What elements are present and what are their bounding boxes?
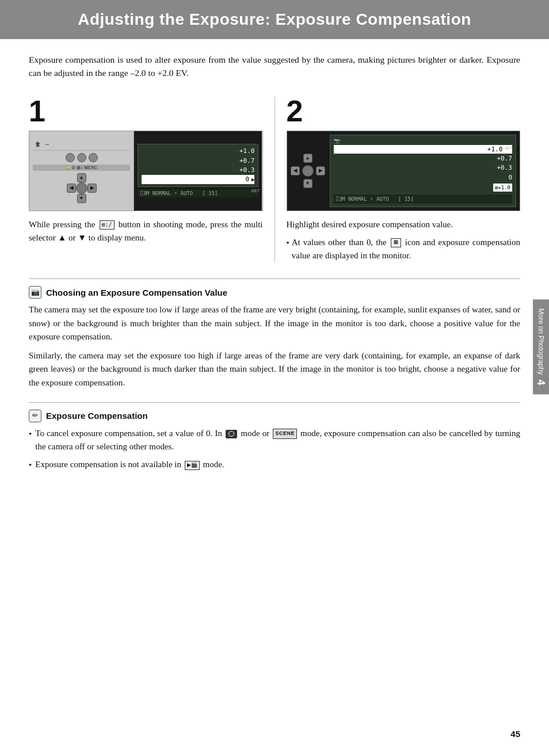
- dpad-up: ▲: [77, 173, 86, 182]
- set-label-2: SET: [505, 146, 512, 152]
- note-1-section: 📷 Choosing an Exposure Compensation Valu…: [29, 278, 520, 390]
- camera-top-bar: 🗑 ～: [33, 139, 130, 151]
- sidebar-number: 4: [535, 379, 547, 385]
- note-1-para1: The camera may set the exposure too low …: [29, 303, 520, 343]
- sidebar-tab: 4 More on Photography: [533, 299, 549, 394]
- lcd-screen-2: 📷 +1.0 SET +0.7 +0.3: [330, 135, 517, 207]
- dpad2-center: [302, 165, 314, 177]
- dpad2-right: ▶: [316, 166, 325, 175]
- lcd2-val-0-selected: +1.0 SET: [334, 145, 513, 154]
- dpad2-up: ▲: [303, 154, 312, 163]
- dpad-left: ◀: [67, 184, 76, 193]
- set-label-1: SET: [251, 188, 260, 193]
- page-title: Adjusting the Exposure: Exposure Compens…: [23, 10, 526, 29]
- wave-icon: ～: [44, 140, 50, 148]
- note-1-body: The camera may set the exposure too low …: [29, 303, 520, 390]
- ev-display: ⊞+1.0: [334, 184, 513, 192]
- step-1-text: While pressing the ⊞:/ button in shootin…: [29, 218, 263, 245]
- lcd2-val-3: 0: [334, 173, 513, 182]
- note-2-bullet-2: • Exposure compensation is not available…: [29, 458, 520, 472]
- dpad-right: ▶: [87, 184, 97, 193]
- lcd2-val-1: +0.7: [334, 154, 513, 163]
- note-2-title: Exposure Compensation: [46, 411, 148, 421]
- lcd-val-3-selected: 0 ▶: [142, 175, 254, 184]
- lcd-values-2: +1.0 SET +0.7 +0.3 0: [334, 145, 513, 182]
- page-number: 45: [510, 729, 520, 739]
- camera-mode-icon-auto: [226, 430, 237, 438]
- cam-btn-2: [77, 153, 86, 162]
- note-1-header: 📷 Choosing an Exposure Compensation Valu…: [29, 286, 520, 299]
- step-2-text: Highlight desired exposure compensation …: [287, 218, 521, 263]
- lcd-val-2: +0.3: [142, 166, 254, 174]
- note-1-para2: Similarly, the camera may set the exposu…: [29, 349, 520, 390]
- lcd-val-0: +1.0: [142, 147, 254, 155]
- note-2-icon: ✏: [29, 410, 41, 422]
- note-1-icon: 📷: [29, 286, 41, 299]
- step-1-image: 🗑 ～ 🔒⊙ ⊞:/ MENU ▲ ▼ ◀: [29, 131, 263, 211]
- dpad-2: ▲ ▼ ◀ ▶: [291, 154, 325, 188]
- main-content: Exposure compensation is used to alter e…: [0, 53, 549, 472]
- video-mode-icon: ▶🎬: [185, 461, 200, 470]
- step-2-number: 2: [287, 96, 521, 126]
- note-2-bullet-1: • To cancel exposure compensation, set a…: [29, 427, 520, 454]
- lcd-top-camera-icon: 📷: [334, 138, 513, 145]
- cam-btn-3: [89, 153, 98, 162]
- lcd-bottom-bar-2: ⌷3M NORMAL ⚡ AUTO [ 15]: [334, 194, 513, 204]
- ev-value-display: ⊞+1.0: [493, 184, 512, 192]
- page-footer: 45: [510, 729, 520, 739]
- steps-row: 1 🗑 ～ 🔒⊙ ⊞:/ ME: [29, 96, 520, 263]
- dpad2-left: ◀: [291, 166, 300, 175]
- page-header: Adjusting the Exposure: Exposure Compens…: [0, 0, 549, 39]
- step-1: 1 🗑 ～ 🔒⊙ ⊞:/ ME: [29, 96, 274, 245]
- step-2-bullet: • At values other than 0, the ⊞ icon and…: [287, 236, 521, 263]
- note-2-body: • To cancel exposure compensation, set a…: [29, 427, 520, 472]
- step-2-image: ▲ ▼ ◀ ▶ 📷 +1.0 SET: [287, 131, 521, 211]
- note-2-section: ✏ Exposure Compensation • To cancel expo…: [29, 402, 520, 472]
- trash-icon: 🗑: [35, 141, 41, 147]
- camera-buttons-row: [66, 153, 98, 162]
- note-1-title: Choosing an Exposure Compensation Value: [46, 288, 227, 297]
- dpad-center: [76, 182, 87, 194]
- lcd-val-1: +0.7: [142, 156, 254, 165]
- lcd-arrow: ▶: [251, 176, 254, 184]
- scene-badge: SCENE: [273, 429, 297, 439]
- note-2-header: ✏ Exposure Compensation: [29, 410, 520, 422]
- camera-right: +1.0 +0.7 +0.3 0 ▶: [134, 131, 262, 211]
- lcd-bottom-bar-1: ⌷3M NORMAL ⚡ AUTO [ 15]: [138, 189, 258, 197]
- multi-sel-icon-1: ⊞:/: [100, 220, 115, 230]
- dpad-down: ▼: [77, 194, 86, 203]
- ev-icon-inline: ⊞: [391, 238, 401, 247]
- cam-btn-1: [66, 153, 75, 162]
- intro-paragraph: Exposure compensation is used to alter e…: [29, 53, 520, 80]
- dpad-1: ▲ ▼ ◀ ▶: [67, 173, 97, 203]
- lcd2-val-2: +0.3: [334, 163, 513, 172]
- sidebar-label: More on Photography: [537, 308, 545, 375]
- lcd-screen-1: +1.0 +0.7 +0.3 0 ▶: [138, 144, 258, 187]
- dpad2-down: ▼: [303, 179, 312, 188]
- lcd-values: +1.0 +0.7 +0.3 0 ▶: [142, 147, 254, 184]
- camera-ui-2: ▲ ▼ ◀ ▶ 📷 +1.0 SET: [287, 131, 520, 211]
- menu-bar: 🔒⊙ ⊞:/ MENU: [33, 165, 130, 171]
- note-2-bullets: • To cancel exposure compensation, set a…: [29, 427, 520, 472]
- step-2: 2 ▲ ▼ ◀ ▶ 📷: [274, 96, 521, 263]
- step-1-number: 1: [29, 96, 263, 126]
- camera-body-left: 🗑 ～ 🔒⊙ ⊞:/ MENU ▲ ▼ ◀: [29, 131, 134, 211]
